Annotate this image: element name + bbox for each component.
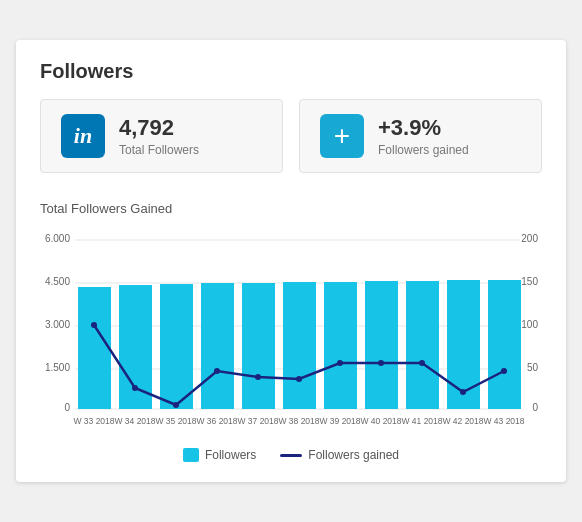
svg-text:1.500: 1.500	[45, 362, 70, 373]
legend-followers-gained: Followers gained	[280, 448, 399, 462]
svg-text:W 35 2018: W 35 2018	[155, 416, 196, 426]
svg-text:100: 100	[521, 319, 538, 330]
followers-gained-value: +3.9%	[378, 115, 469, 141]
line-dot-w35	[173, 402, 179, 408]
chart-section: Total Followers Gained 6.000 4.500 3.000…	[40, 197, 542, 462]
total-followers-info: 4,792 Total Followers	[119, 115, 199, 157]
svg-text:W 38 2018: W 38 2018	[278, 416, 319, 426]
svg-text:W 37 2018: W 37 2018	[237, 416, 278, 426]
total-followers-label: Total Followers	[119, 143, 199, 157]
svg-text:3.000: 3.000	[45, 319, 70, 330]
legend-followers-gained-label: Followers gained	[308, 448, 399, 462]
svg-text:0: 0	[532, 402, 538, 413]
line-dot-w33	[91, 322, 97, 328]
line-dot-w37	[255, 374, 261, 380]
chart-container: 6.000 4.500 3.000 1.500 0 200 150 100 50…	[40, 226, 542, 436]
followers-gained-info: +3.9% Followers gained	[378, 115, 469, 157]
card-title: Followers	[40, 60, 542, 83]
svg-text:W 43 2018: W 43 2018	[483, 416, 524, 426]
line-dot-w38	[296, 376, 302, 382]
svg-text:W 33 2018: W 33 2018	[73, 416, 114, 426]
total-followers-value: 4,792	[119, 115, 199, 141]
line-dot-w41	[419, 360, 425, 366]
svg-text:200: 200	[521, 233, 538, 244]
legend-followers: Followers	[183, 448, 256, 462]
svg-text:150: 150	[521, 276, 538, 287]
followers-gained-label: Followers gained	[378, 143, 469, 157]
bar-w39	[324, 282, 357, 409]
total-followers-metric: in 4,792 Total Followers	[40, 99, 283, 173]
svg-text:W 39 2018: W 39 2018	[319, 416, 360, 426]
line-dot-w43	[501, 368, 507, 374]
bar-w40	[365, 281, 398, 409]
bar-w43	[488, 280, 521, 409]
followers-gained-metric: + +3.9% Followers gained	[299, 99, 542, 173]
line-dot-w39	[337, 360, 343, 366]
legend-followers-label: Followers	[205, 448, 256, 462]
svg-text:W 36 2018: W 36 2018	[196, 416, 237, 426]
svg-text:W 40 2018: W 40 2018	[360, 416, 401, 426]
linkedin-icon: in	[61, 114, 105, 158]
line-dot-w34	[132, 385, 138, 391]
svg-text:4.500: 4.500	[45, 276, 70, 287]
line-dot-w42	[460, 389, 466, 395]
bar-w38	[283, 282, 316, 409]
svg-text:W 42 2018: W 42 2018	[442, 416, 483, 426]
chart-title: Total Followers Gained	[40, 201, 542, 216]
followers-card: Followers in 4,792 Total Followers + +3.…	[16, 40, 566, 482]
metrics-row: in 4,792 Total Followers + +3.9% Followe…	[40, 99, 542, 173]
legend-bar-icon	[183, 448, 199, 462]
bar-w37	[242, 283, 275, 409]
svg-text:0: 0	[64, 402, 70, 413]
bar-w33	[78, 287, 111, 409]
bar-w41	[406, 281, 439, 409]
plus-icon: +	[320, 114, 364, 158]
svg-text:W 34 2018: W 34 2018	[114, 416, 155, 426]
chart-svg: 6.000 4.500 3.000 1.500 0 200 150 100 50…	[40, 226, 542, 436]
svg-text:6.000: 6.000	[45, 233, 70, 244]
bar-w36	[201, 283, 234, 409]
legend-line-icon	[280, 454, 302, 457]
line-dot-w36	[214, 368, 220, 374]
svg-text:W 41 2018: W 41 2018	[401, 416, 442, 426]
line-dot-w40	[378, 360, 384, 366]
svg-text:50: 50	[527, 362, 539, 373]
chart-legend: Followers Followers gained	[40, 448, 542, 462]
bar-w35	[160, 284, 193, 409]
